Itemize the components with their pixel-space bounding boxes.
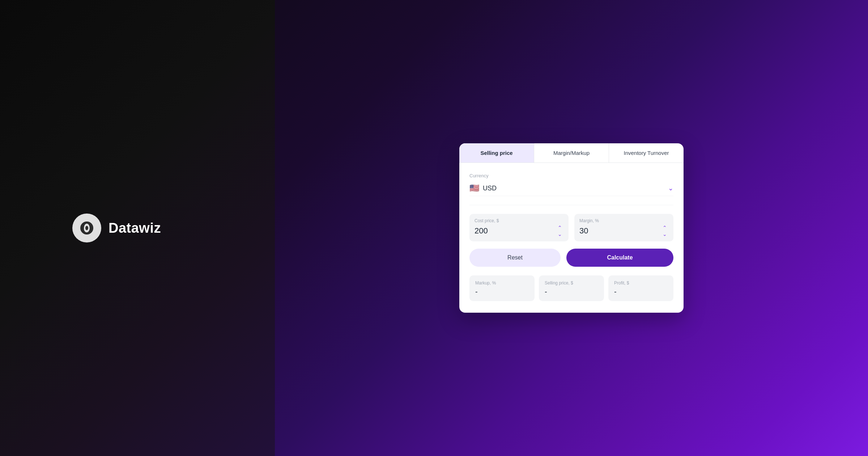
currency-code: USD	[483, 185, 497, 192]
cost-price-up[interactable]: ⌃	[556, 225, 563, 231]
selling-price-result: Selling price, $ -	[539, 275, 604, 301]
cost-price-row: 200 ⌃ ⌄	[475, 225, 563, 237]
logo-name: Datawiz	[109, 220, 161, 236]
tab-inventory-turnover[interactable]: Inventory Turnover	[609, 143, 684, 162]
currency-flag: 🇺🇸	[469, 183, 479, 193]
calculate-button[interactable]: Calculate	[566, 249, 673, 267]
calculator-card: Selling price Margin/Markup Inventory Tu…	[459, 143, 684, 313]
currency-chevron-icon: ⌄	[668, 184, 673, 192]
margin-label: Margin, %	[579, 218, 668, 223]
results-row: Markup, % - Selling price, $ - Profit, $…	[469, 275, 673, 301]
divider	[469, 205, 673, 205]
cost-price-stepper[interactable]: ⌃ ⌄	[556, 225, 563, 237]
margin-down[interactable]: ⌄	[661, 231, 668, 237]
currency-dropdown[interactable]: 🇺🇸 USD ⌄	[469, 181, 673, 196]
margin-group: Margin, % 30 ⌃ ⌄	[574, 214, 673, 241]
selling-price-label: Selling price, $	[545, 280, 598, 286]
inputs-row: Cost price, $ 200 ⌃ ⌄ Margin, % 30	[469, 214, 673, 241]
logo-svg	[80, 221, 94, 235]
markup-value: -	[475, 288, 529, 296]
tabs-container: Selling price Margin/Markup Inventory Tu…	[459, 143, 684, 163]
margin-stepper[interactable]: ⌃ ⌄	[661, 225, 668, 237]
markup-result: Markup, % -	[469, 275, 535, 301]
reset-button[interactable]: Reset	[469, 249, 561, 267]
cost-price-group: Cost price, $ 200 ⌃ ⌄	[469, 214, 569, 241]
margin-row: 30 ⌃ ⌄	[579, 225, 668, 237]
cost-price-value[interactable]: 200	[475, 226, 488, 236]
profit-label: Profit, $	[614, 280, 668, 286]
logo-icon	[72, 214, 101, 242]
currency-section: Currency 🇺🇸 USD ⌄	[469, 173, 673, 196]
buttons-row: Reset Calculate	[469, 249, 673, 267]
card-body: Currency 🇺🇸 USD ⌄ Cost price, $ 200	[459, 163, 684, 313]
profit-result: Profit, $ -	[608, 275, 673, 301]
selling-price-value: -	[545, 288, 598, 296]
margin-up[interactable]: ⌃	[661, 225, 668, 231]
logo-area: Datawiz	[72, 214, 161, 242]
profit-value: -	[614, 288, 668, 296]
right-section: Selling price Margin/Markup Inventory Tu…	[275, 0, 868, 456]
margin-value[interactable]: 30	[579, 226, 588, 236]
currency-value: 🇺🇸 USD	[469, 183, 497, 193]
currency-label: Currency	[469, 173, 673, 178]
tab-selling-price[interactable]: Selling price	[459, 143, 534, 162]
tab-margin-markup[interactable]: Margin/Markup	[534, 143, 609, 162]
cost-price-down[interactable]: ⌄	[556, 231, 563, 237]
markup-label: Markup, %	[475, 280, 529, 286]
svg-point-2	[85, 226, 88, 230]
cost-price-label: Cost price, $	[475, 218, 563, 223]
